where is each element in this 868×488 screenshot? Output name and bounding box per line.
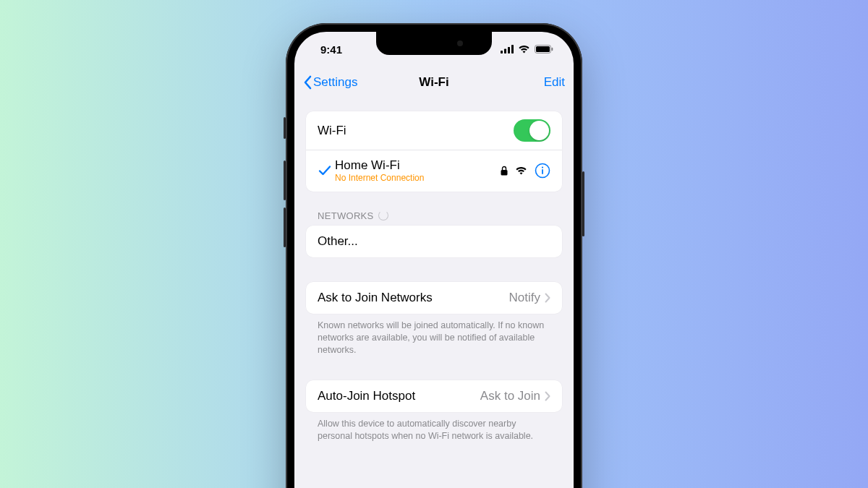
- svg-point-9: [542, 167, 543, 168]
- other-label: Other...: [318, 234, 550, 249]
- chevron-right-icon: [545, 391, 550, 401]
- svg-rect-10: [542, 169, 543, 174]
- ask-to-join-row[interactable]: Ask to Join Networks Notify: [306, 282, 562, 314]
- connected-network-row[interactable]: Home Wi-Fi No Internet Connection: [306, 150, 562, 192]
- ask-to-join-value: Notify: [509, 291, 540, 305]
- ask-to-join-group: Ask to Join Networks Notify: [306, 282, 562, 314]
- lock-icon: [501, 166, 508, 176]
- edit-button[interactable]: Edit: [544, 75, 565, 90]
- status-time: 9:41: [320, 43, 342, 56]
- auto-join-row[interactable]: Auto-Join Hotspot Ask to Join: [306, 380, 562, 412]
- notch: [376, 32, 492, 55]
- info-icon[interactable]: [535, 163, 550, 179]
- wifi-toggle-row: Wi-Fi: [306, 111, 562, 150]
- checkmark-icon: [315, 165, 335, 176]
- screen: 9:41 Settings Wi-Fi Edit: [294, 32, 574, 488]
- nav-bar: Settings Wi-Fi Edit: [294, 67, 574, 98]
- wifi-toggle-label: Wi-Fi: [318, 124, 514, 138]
- ask-to-join-footer: Known networks will be joined automatica…: [306, 314, 562, 356]
- auto-join-value: Ask to Join: [480, 389, 540, 403]
- svg-rect-6: [552, 48, 553, 51]
- back-button[interactable]: Settings: [303, 75, 357, 90]
- networks-group: Other...: [306, 226, 562, 257]
- page-title: Wi-Fi: [419, 75, 448, 90]
- networks-header: NETWORKS: [306, 192, 562, 226]
- ask-to-join-label: Ask to Join Networks: [318, 291, 509, 305]
- network-name: Home Wi-Fi: [335, 158, 501, 173]
- back-label: Settings: [313, 75, 357, 90]
- chevron-left-icon: [303, 75, 312, 90]
- cellular-icon: [501, 45, 514, 53]
- svg-rect-2: [508, 47, 510, 53]
- svg-rect-1: [504, 49, 506, 54]
- auto-join-group: Auto-Join Hotspot Ask to Join: [306, 380, 562, 412]
- auto-join-label: Auto-Join Hotspot: [318, 389, 480, 403]
- battery-icon: [535, 45, 553, 53]
- network-status: No Internet Connection: [335, 173, 501, 183]
- spinner-icon: [378, 210, 388, 221]
- wifi-signal-icon: [515, 166, 527, 175]
- wifi-group: Wi-Fi Home Wi-Fi No Internet Connection: [306, 111, 562, 192]
- chevron-right-icon: [545, 293, 550, 303]
- svg-rect-7: [501, 170, 508, 176]
- wifi-status-icon: [518, 45, 530, 53]
- phone-frame: 9:41 Settings Wi-Fi Edit: [286, 23, 582, 488]
- svg-rect-5: [536, 46, 550, 52]
- svg-rect-0: [501, 51, 503, 53]
- wifi-toggle[interactable]: [514, 119, 550, 142]
- networks-header-label: NETWORKS: [318, 210, 374, 221]
- other-network-row[interactable]: Other...: [306, 226, 562, 257]
- auto-join-footer: Allow this device to automatically disco…: [306, 412, 562, 442]
- svg-rect-3: [511, 45, 514, 53]
